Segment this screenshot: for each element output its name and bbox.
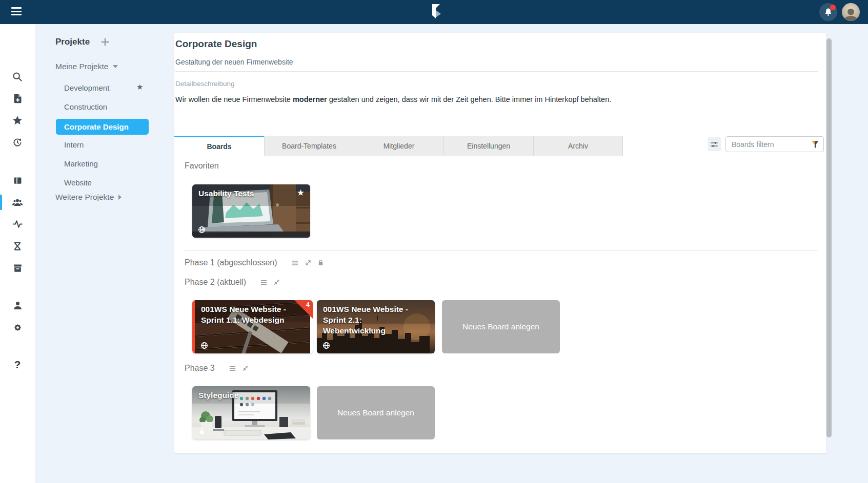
vertical-scrollbar[interactable] bbox=[826, 38, 832, 437]
expand-icon[interactable] bbox=[304, 259, 312, 267]
collapse-icon[interactable] bbox=[273, 278, 281, 286]
tab-bar: Boards Board-Templates Mitglieder Einste… bbox=[174, 136, 623, 156]
sidebar-item-corporate-design-selected[interactable]: Corporate Design bbox=[56, 119, 149, 135]
tab-boards[interactable]: Boards bbox=[174, 136, 264, 156]
globe-icon bbox=[198, 226, 206, 234]
divider bbox=[185, 250, 818, 251]
search-icon[interactable] bbox=[0, 68, 35, 86]
chevron-down-icon bbox=[113, 65, 118, 68]
detail-description-text: Wir wollen die neue Firmenwebsite modern… bbox=[175, 95, 611, 103]
sidebar-item-website[interactable]: Website bbox=[64, 178, 92, 187]
notification-corner-badge bbox=[294, 300, 313, 319]
globe-icon bbox=[200, 342, 208, 349]
section-phase2-header: Phase 2 (aktuell) bbox=[185, 278, 281, 287]
top-bar bbox=[0, 0, 868, 24]
app-root: ? Projekte Meine Projekte Development ★ … bbox=[0, 0, 868, 483]
settings-gear-icon[interactable] bbox=[0, 319, 35, 336]
section-phase1-header: Phase 1 (abgeschlossen) bbox=[185, 258, 325, 267]
archive-box-icon[interactable] bbox=[0, 259, 35, 277]
section-title: Phase 2 (aktuell) bbox=[185, 278, 246, 287]
activity-icon[interactable] bbox=[0, 215, 35, 233]
new-board-button[interactable]: Neues Board anlegen bbox=[317, 386, 435, 439]
project-group-more[interactable]: Weitere Projekte bbox=[55, 193, 122, 202]
add-project-button[interactable] bbox=[99, 36, 111, 48]
favorites-star-icon[interactable] bbox=[0, 112, 35, 129]
tab-archiv[interactable]: Archiv bbox=[533, 136, 623, 156]
sidebar-item-intern[interactable]: Intern bbox=[64, 140, 84, 149]
sidebar-item-development[interactable]: Development bbox=[64, 83, 109, 92]
board-card-sprint-1-1[interactable]: 001WS Neue Website - Sprint 1.1: Webdesi… bbox=[192, 300, 313, 353]
plus-icon bbox=[99, 36, 111, 48]
section-phase3-header: Phase 3 bbox=[185, 364, 250, 373]
badge-count: 4 bbox=[306, 301, 310, 308]
section-title: Phase 1 (abgeschlossen) bbox=[185, 258, 277, 267]
chevron-right-icon bbox=[118, 195, 122, 200]
globe-icon bbox=[322, 342, 330, 349]
boards-columns-icon[interactable] bbox=[0, 172, 35, 189]
tab-mitglieder[interactable]: Mitglieder bbox=[354, 136, 443, 156]
board-card-styleguide[interactable]: Styleguide bbox=[192, 386, 310, 439]
page-title: Corporate Design bbox=[175, 38, 257, 50]
list-icon[interactable] bbox=[259, 278, 268, 287]
time-tracking-icon[interactable] bbox=[0, 237, 35, 255]
favorite-star-icon[interactable]: ★ bbox=[297, 187, 305, 198]
board-title: 001WS Neue Website - Sprint 2.1: Webentw… bbox=[323, 304, 426, 337]
notification-bell-button[interactable] bbox=[819, 3, 837, 21]
projects-panel: Projekte Meine Projekte Development ★ Co… bbox=[35, 24, 174, 483]
projects-title: Projekte bbox=[55, 37, 90, 47]
board-card-usability-tests[interactable]: Usability Tests ★ bbox=[192, 184, 310, 238]
list-icon[interactable] bbox=[291, 259, 299, 267]
create-document-icon[interactable] bbox=[0, 90, 35, 107]
tab-einstellungen[interactable]: Einstellungen bbox=[443, 136, 533, 156]
boards-filter-input[interactable] bbox=[726, 137, 814, 152]
lock-icon[interactable] bbox=[317, 259, 325, 267]
profile-icon[interactable] bbox=[0, 297, 35, 314]
board-title: 001WS Neue Website - Sprint 1.1: Webdesi… bbox=[201, 304, 304, 326]
boards-filter-field bbox=[725, 136, 824, 152]
detail-description-label: Detailbeschreibung bbox=[175, 80, 235, 88]
divider bbox=[175, 117, 818, 117]
sidebar-item-construction[interactable]: Construction bbox=[64, 102, 107, 111]
notification-dot bbox=[830, 5, 836, 10]
tab-board-templates[interactable]: Board-Templates bbox=[264, 136, 354, 156]
section-favorites-title: Favoriten bbox=[185, 161, 219, 171]
icon-rail: ? bbox=[0, 24, 35, 483]
page-subtitle: Gestaltung der neuen Firmenwebsite bbox=[175, 58, 293, 66]
list-icon[interactable] bbox=[228, 364, 237, 373]
board-card-sprint-2-1[interactable]: 001WS Neue Website - Sprint 2.1: Webentw… bbox=[317, 300, 435, 353]
project-star-icon[interactable]: ★ bbox=[136, 82, 143, 92]
board-title: Usability Tests bbox=[198, 188, 301, 199]
divider bbox=[175, 71, 818, 72]
tune-icon bbox=[710, 140, 719, 149]
new-board-button[interactable]: Neues Board anlegen bbox=[442, 300, 560, 353]
collapse-icon[interactable] bbox=[241, 364, 250, 372]
main-panel: Corporate Design Gestaltung der neuen Fi… bbox=[174, 33, 826, 453]
team-icon[interactable] bbox=[0, 194, 35, 211]
app-logo bbox=[430, 4, 442, 20]
sidebar-item-marketing[interactable]: Marketing bbox=[64, 159, 98, 168]
menu-icon[interactable] bbox=[11, 7, 22, 15]
lock-icon bbox=[198, 427, 206, 435]
project-group-my[interactable]: Meine Projekte bbox=[55, 62, 118, 71]
help-icon[interactable]: ? bbox=[0, 356, 35, 373]
board-title: Styleguide bbox=[198, 390, 301, 401]
history-icon[interactable] bbox=[0, 134, 35, 151]
funnel-filter-icon[interactable] bbox=[811, 140, 819, 149]
section-title: Phase 3 bbox=[185, 364, 215, 373]
user-avatar[interactable] bbox=[842, 3, 860, 21]
filter-options-button[interactable] bbox=[708, 137, 721, 151]
